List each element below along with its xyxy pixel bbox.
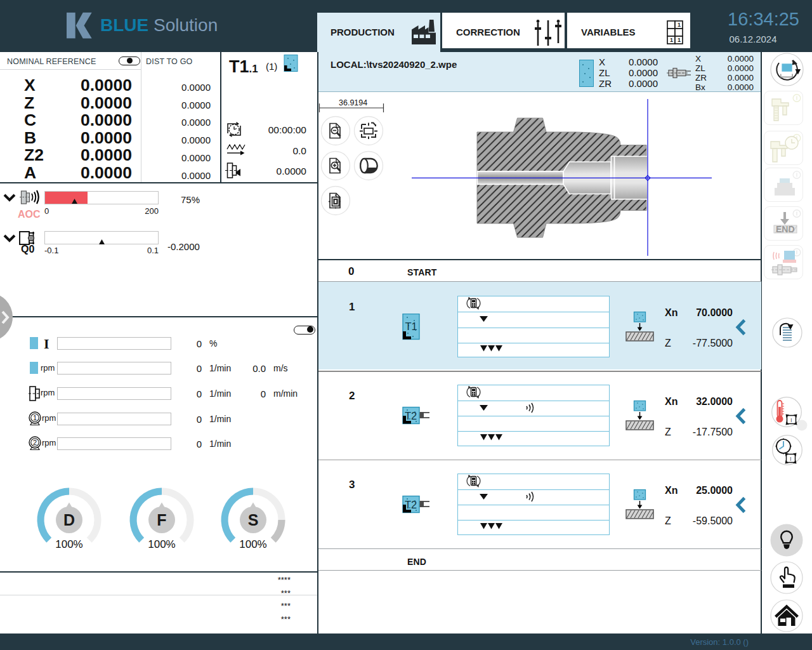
svg-text:S: S xyxy=(248,511,259,529)
svg-text:D: D xyxy=(63,511,75,529)
svg-text:T1: T1 xyxy=(405,321,417,332)
svg-text:I: I xyxy=(790,455,792,462)
svg-text:1: 1 xyxy=(33,414,37,421)
svg-text:END: END xyxy=(776,224,795,234)
svg-text:2: 2 xyxy=(33,439,37,446)
svg-text:1: 1 xyxy=(670,37,673,43)
svg-text:T2: T2 xyxy=(405,499,417,510)
svg-text:36.9194: 36.9194 xyxy=(339,98,367,107)
svg-text:T2: T2 xyxy=(405,410,417,421)
svg-text:F: F xyxy=(157,511,166,529)
svg-text:1: 1 xyxy=(678,22,681,28)
svg-text:I: I xyxy=(790,416,792,423)
svg-text:1: 1 xyxy=(678,37,681,43)
